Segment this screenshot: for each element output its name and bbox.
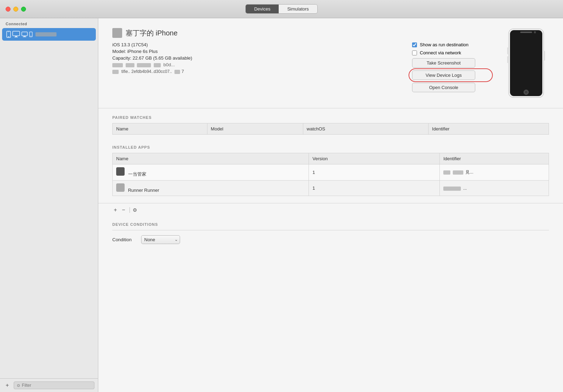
condition-row: Condition None Poor Network 100% Loss: [112, 235, 549, 244]
sidebar-bottom: + ⊙: [0, 378, 98, 392]
phone-icon: [6, 31, 11, 38]
main-layout: Connected: [0, 18, 563, 392]
redact5: [112, 70, 119, 74]
tab-group: Devices Simulators: [245, 4, 318, 14]
col-watch-model: Model: [207, 123, 303, 135]
table-row: Runner Runner 1 ...: [113, 181, 549, 196]
table-row: 一当管家 1 見...: [113, 164, 549, 181]
col-watchos: watchOS: [303, 123, 428, 135]
connect-via-network-label: Connect via network: [420, 50, 461, 55]
app-icon-1: [116, 167, 125, 176]
id-suffix: 見...: [465, 170, 473, 175]
window-controls: [6, 7, 26, 12]
condition-divider: Condition None Poor Network 100% Loss: [112, 230, 549, 244]
redact6: [174, 70, 180, 74]
phone2-icon: [29, 32, 33, 37]
take-screenshot-button[interactable]: Take Screenshot: [412, 58, 475, 68]
sidebar-item-device[interactable]: [2, 28, 96, 41]
redacted-line-2: tifie.. 2efdb4b94..d30cc07.. 7: [112, 69, 398, 74]
app-name-cell-2: Runner Runner: [113, 181, 309, 196]
sidebar-section-header: Connected: [0, 18, 98, 28]
titlebar: Devices Simulators: [0, 0, 563, 18]
svg-rect-6: [22, 32, 27, 36]
redact2: [126, 63, 134, 67]
device-name-icon: [112, 28, 122, 38]
svg-rect-19: [544, 51, 545, 61]
capacity-info: Capacity: 22.67 GB (5.65 GB available): [112, 55, 398, 61]
svg-rect-4: [15, 36, 17, 37]
device-options: Show as run destination Connect via netw…: [412, 28, 489, 92]
connect-via-network-row: Connect via network: [412, 50, 489, 55]
filter-input[interactable]: [22, 383, 91, 388]
remove-app-button[interactable]: −: [120, 206, 126, 214]
table-toolbar: + − ⚙: [98, 203, 563, 217]
svg-rect-18: [507, 56, 509, 63]
gear-icon[interactable]: ⚙: [133, 207, 137, 213]
condition-select[interactable]: None Poor Network 100% Loss: [141, 235, 180, 244]
svg-rect-12: [510, 30, 542, 96]
show-run-destination-row: Show as run destination: [412, 42, 489, 47]
view-device-logs-container: View Device Logs: [412, 70, 489, 80]
app-version-1: 1: [309, 164, 440, 181]
device-conditions-title: DEVICE CONDITIONS: [112, 222, 549, 227]
device-info-section: 塞丁字的 iPhone iOS 13.3 (17C54) Model: iPho…: [98, 18, 563, 108]
iphone-svg: [507, 28, 545, 98]
ios-version: iOS 13.3 (17C54): [112, 42, 398, 47]
content-area: 塞丁字的 iPhone iOS 13.3 (17C54) Model: iPho…: [98, 18, 563, 392]
condition-label: Condition: [112, 237, 137, 242]
maximize-button[interactable]: [21, 7, 26, 12]
id-redact3: [443, 187, 461, 191]
device-name-redacted: [35, 32, 57, 36]
add-app-button[interactable]: +: [112, 206, 118, 214]
col-app-identifier: Identifier: [440, 153, 549, 164]
svg-rect-10: [30, 36, 32, 36]
installed-apps-title: INSTALLED APPS: [112, 145, 549, 149]
id-suffix-2: ...: [463, 186, 467, 191]
col-watch-name: Name: [113, 123, 207, 135]
device-name-text: 塞丁字的 iPhone: [126, 28, 178, 38]
paired-watches-section: PAIRED WATCHES Name Model watchOS Identi…: [98, 108, 563, 142]
installed-apps-body: 一当管家 1 見... Runner Runner: [113, 164, 549, 196]
redact4: [154, 63, 161, 67]
app-identifier-1: 見...: [440, 164, 549, 181]
show-run-destination-checkbox[interactable]: [412, 42, 417, 47]
add-device-button[interactable]: +: [4, 381, 11, 389]
app-name-cell: 一当管家: [113, 164, 309, 181]
minimize-button[interactable]: [13, 7, 18, 12]
svg-rect-5: [14, 37, 18, 38]
connect-via-network-checkbox[interactable]: [412, 50, 417, 55]
iphone-illustration: [503, 28, 549, 98]
model-info: Model: iPhone 6s Plus: [112, 49, 398, 54]
svg-point-14: [534, 31, 536, 33]
tab-simulators[interactable]: Simulators: [279, 5, 317, 13]
col-app-name: Name: [113, 153, 309, 164]
app-icon-2: [116, 183, 125, 192]
app-name-2: Runner Runner: [128, 188, 159, 193]
filter-icon: ⊙: [17, 383, 20, 388]
device-conditions-section: DEVICE CONDITIONS Condition None Poor Ne…: [98, 217, 563, 250]
paired-watches-title: PAIRED WATCHES: [112, 115, 549, 120]
tab-devices[interactable]: Devices: [246, 5, 279, 13]
id-redact2: [453, 170, 463, 175]
view-device-logs-button[interactable]: View Device Logs: [412, 70, 475, 80]
monitor-icon: [12, 31, 20, 38]
open-console-button[interactable]: Open Console: [412, 83, 475, 92]
svg-rect-2: [8, 32, 9, 32]
redact1: [112, 63, 123, 67]
close-button[interactable]: [6, 7, 11, 12]
device-details: 塞丁字的 iPhone iOS 13.3 (17C54) Model: iPho…: [112, 28, 398, 75]
sidebar: Connected: [0, 18, 98, 392]
filter-input-wrap: ⊙: [14, 381, 94, 389]
toolbar-divider: [130, 207, 130, 213]
redact3: [137, 63, 151, 67]
device-name-heading: 塞丁字的 iPhone: [112, 28, 398, 38]
identifier-end: 7: [181, 69, 184, 74]
redacted-line-1: b0d...: [112, 62, 398, 67]
device-icons: [6, 31, 33, 38]
redact-suffix: b0d...: [164, 62, 175, 67]
col-app-version: Version: [309, 153, 440, 164]
installed-apps-section: INSTALLED APPS Name Version Identifier 一…: [98, 142, 563, 203]
app-identifier-2: ...: [440, 181, 549, 196]
svg-rect-13: [520, 32, 532, 33]
show-run-destination-label: Show as run destination: [420, 42, 469, 47]
